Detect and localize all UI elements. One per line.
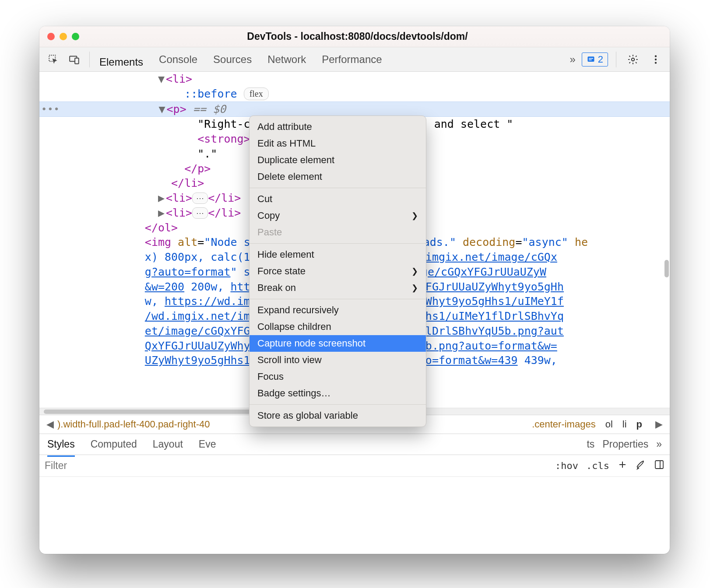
ellipsis-badge[interactable]: ⋯ — [192, 207, 208, 219]
svg-rect-4 — [589, 58, 593, 59]
styles-filter-input[interactable] — [45, 460, 176, 472]
cm-copy[interactable]: Copy❯ — [250, 207, 426, 224]
svg-rect-5 — [589, 60, 592, 60]
cm-expand-recursively[interactable]: Expand recursively — [250, 302, 426, 318]
svg-rect-2 — [75, 58, 79, 63]
selected-dom-node[interactable]: ••• ▼<p> == $0 — [39, 102, 670, 117]
more-tabs-icon[interactable]: » — [656, 438, 662, 450]
styles-panel-body — [39, 477, 670, 547]
styles-tabbar: Styles Computed Layout Eve ts Properties… — [39, 434, 670, 455]
tab-computed[interactable]: Computed — [91, 438, 137, 450]
chevron-right-icon: ❯ — [411, 266, 418, 276]
svg-point-9 — [655, 62, 657, 63]
settings-icon[interactable] — [624, 51, 642, 68]
kebab-menu-icon[interactable] — [647, 51, 664, 68]
cm-capture-node-screenshot[interactable]: Capture node screenshot — [250, 335, 426, 352]
chevron-right-icon: ❯ — [411, 211, 418, 220]
maximize-window-button[interactable] — [72, 33, 79, 40]
tab-sources[interactable]: Sources — [213, 48, 252, 71]
minimize-window-button[interactable] — [60, 33, 67, 40]
cm-add-attribute[interactable]: Add attribute — [250, 119, 426, 135]
cm-hide-element[interactable]: Hide element — [250, 246, 426, 263]
tab-console[interactable]: Console — [159, 48, 197, 71]
vertical-scrollbar[interactable] — [664, 260, 669, 277]
cls-toggle[interactable]: .cls — [586, 460, 609, 471]
breadcrumb-right-arrow[interactable]: ▶ — [652, 419, 666, 430]
svg-point-6 — [632, 58, 635, 61]
tab-event-listeners[interactable]: Eve — [199, 438, 216, 450]
context-menu: Add attribute Edit as HTML Duplicate ele… — [249, 116, 426, 427]
styles-filter-row: :hov .cls — [39, 455, 670, 477]
tab-properties[interactable]: Properties — [602, 438, 648, 450]
tab-styles[interactable]: Styles — [47, 438, 75, 457]
tab-elements[interactable]: Elements — [99, 51, 143, 74]
cm-scroll-into-view[interactable]: Scroll into view — [250, 352, 426, 368]
hov-toggle[interactable]: :hov — [555, 460, 578, 471]
new-style-rule-icon[interactable] — [617, 459, 628, 472]
svg-rect-3 — [587, 56, 594, 62]
svg-rect-10 — [655, 461, 663, 469]
cm-delete-element[interactable]: Delete element — [250, 168, 426, 185]
dom-pseudo-before: ::before — [184, 88, 237, 100]
inspect-icon[interactable] — [45, 51, 62, 68]
cm-badge-settings[interactable]: Badge settings… — [250, 385, 426, 402]
cm-focus[interactable]: Focus — [250, 368, 426, 385]
tab-performance[interactable]: Performance — [322, 48, 382, 71]
cm-break-on[interactable]: Break on❯ — [250, 280, 426, 296]
tab-network[interactable]: Network — [267, 48, 306, 71]
computed-panel-toggle-icon[interactable] — [654, 459, 664, 472]
cm-force-state[interactable]: Force state❯ — [250, 263, 426, 280]
cm-store-global[interactable]: Store as global variable — [250, 407, 426, 424]
main-tabbar: Elements Console Sources Network Perform… — [39, 47, 670, 72]
more-tabs-icon[interactable]: » — [569, 53, 575, 66]
dom-tag-li-open: <li> — [166, 73, 192, 85]
tab-layout[interactable]: Layout — [153, 438, 183, 450]
svg-point-8 — [655, 58, 657, 60]
cm-edit-as-html[interactable]: Edit as HTML — [250, 135, 426, 152]
device-toolbar-icon[interactable] — [66, 51, 83, 68]
window-title: DevTools - localhost:8080/docs/devtools/… — [79, 31, 636, 42]
panel-tabs: Elements Console Sources Network Perform… — [99, 48, 382, 71]
devtools-window: DevTools - localhost:8080/docs/devtools/… — [39, 26, 670, 554]
cm-paste: Paste — [250, 224, 426, 241]
paintbrush-icon[interactable] — [636, 459, 646, 472]
chevron-right-icon: ❯ — [411, 283, 418, 293]
breadcrumb-left-arrow[interactable]: ◀ — [43, 419, 57, 430]
svg-point-7 — [655, 55, 657, 57]
titlebar: DevTools - localhost:8080/docs/devtools/… — [39, 26, 670, 47]
issues-count: 2 — [598, 54, 603, 65]
ellipsis-badge[interactable]: ⋯ — [192, 192, 208, 204]
cm-cut[interactable]: Cut — [250, 191, 426, 207]
flex-badge[interactable]: flex — [244, 88, 269, 100]
cm-duplicate-element[interactable]: Duplicate element — [250, 152, 426, 168]
close-window-button[interactable] — [47, 33, 55, 40]
issues-badge[interactable]: 2 — [582, 52, 608, 66]
traffic-lights — [47, 33, 79, 40]
cm-collapse-children[interactable]: Collapse children — [250, 318, 426, 335]
